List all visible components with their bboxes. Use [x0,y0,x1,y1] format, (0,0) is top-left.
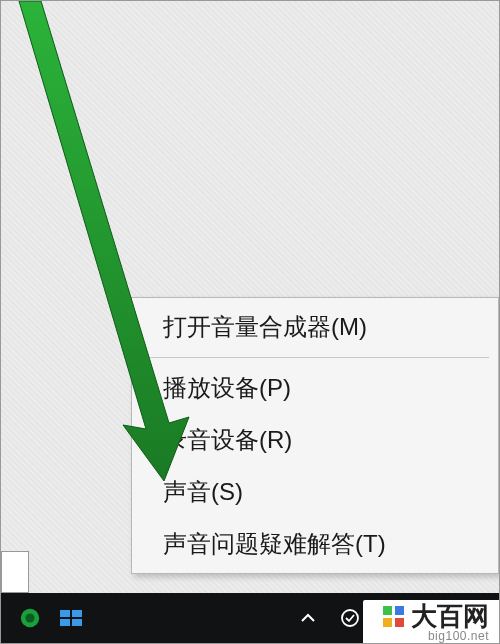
menu-item-playback-devices[interactable]: 播放设备(P) [133,362,497,414]
menu-item-sounds[interactable]: 声音(S) [133,466,497,518]
menu-item-label: 播放设备(P) [163,374,291,401]
svg-rect-13 [395,618,404,627]
watermark-logo-icon [381,604,407,630]
watermark-subtitle: big100.net [381,630,489,643]
tray-icon-app2[interactable] [57,603,87,633]
menu-item-troubleshoot[interactable]: 声音问题疑难解答(T) [133,518,497,570]
svg-rect-4 [72,610,82,617]
menu-item-label: 录音设备(R) [163,426,292,453]
chevron-up-icon[interactable] [293,603,323,633]
svg-rect-10 [383,606,392,615]
svg-rect-6 [72,619,82,626]
svg-rect-12 [383,618,392,627]
tray-icon-generic[interactable] [335,603,365,633]
tray-icon-app1[interactable] [15,603,45,633]
window-edge-tab [1,551,29,593]
svg-rect-11 [395,606,404,615]
volume-context-menu: 打开音量合成器(M) 播放设备(P) 录音设备(R) 声音(S) 声音问题疑难解… [131,297,499,574]
svg-point-7 [342,610,358,626]
menu-separator [141,357,489,358]
svg-point-2 [25,613,34,622]
menu-item-label: 声音(S) [163,478,243,505]
menu-item-recording-devices[interactable]: 录音设备(R) [133,414,497,466]
menu-item-open-mixer[interactable]: 打开音量合成器(M) [133,301,497,353]
svg-rect-3 [60,610,70,617]
menu-item-label: 打开音量合成器(M) [163,313,367,340]
watermark: 大百网 big100.net [363,600,499,643]
menu-item-label: 声音问题疑难解答(T) [163,530,386,557]
watermark-title: 大百网 [411,603,489,630]
svg-rect-5 [60,619,70,626]
